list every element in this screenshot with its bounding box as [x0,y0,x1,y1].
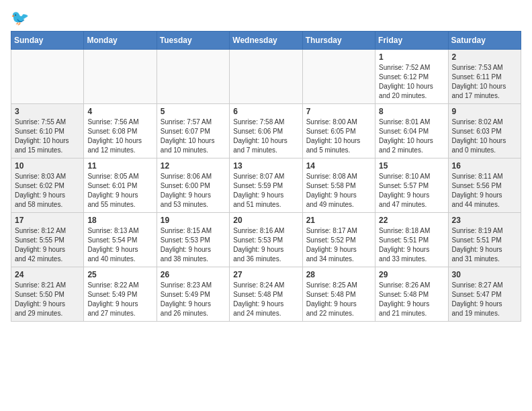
calendar-cell: 1Sunrise: 7:52 AM Sunset: 6:12 PM Daylig… [375,50,448,104]
day-number: 4 [87,107,152,116]
day-number: 27 [233,270,298,279]
day-number: 28 [306,270,371,279]
day-info: Sunrise: 8:21 AM Sunset: 5:50 PM Dayligh… [15,281,80,318]
calendar-cell: 16Sunrise: 8:11 AM Sunset: 5:56 PM Dayli… [448,158,521,213]
day-number: 14 [306,161,371,171]
day-info: Sunrise: 8:15 AM Sunset: 5:53 PM Dayligh… [161,226,226,264]
day-info: Sunrise: 8:19 AM Sunset: 5:51 PM Dayligh… [452,226,517,264]
calendar-cell: 8Sunrise: 8:01 AM Sunset: 6:04 PM Daylig… [375,104,448,158]
day-info: Sunrise: 7:55 AM Sunset: 6:10 PM Dayligh… [15,118,80,155]
day-number: 7 [306,107,371,116]
page-header: 🐦 [11,11,521,26]
calendar-cell: 29Sunrise: 8:26 AM Sunset: 5:48 PM Dayli… [375,267,448,322]
day-info: Sunrise: 7:57 AM Sunset: 6:07 PM Dayligh… [161,118,226,155]
day-number: 18 [87,216,152,225]
day-number: 5 [161,107,226,116]
calendar-cell: 21Sunrise: 8:17 AM Sunset: 5:52 PM Dayli… [302,213,375,267]
day-number: 30 [452,270,517,279]
calendar-cell: 10Sunrise: 8:03 AM Sunset: 6:02 PM Dayli… [11,158,84,213]
day-info: Sunrise: 8:11 AM Sunset: 5:56 PM Dayligh… [452,172,517,210]
day-info: Sunrise: 8:13 AM Sunset: 5:54 PM Dayligh… [87,226,152,264]
day-info: Sunrise: 7:56 AM Sunset: 6:08 PM Dayligh… [87,118,152,155]
day-number: 16 [452,161,517,171]
day-info: Sunrise: 8:27 AM Sunset: 5:47 PM Dayligh… [452,281,517,318]
day-number: 20 [233,216,298,225]
calendar-week-5: 24Sunrise: 8:21 AM Sunset: 5:50 PM Dayli… [11,267,521,322]
day-info: Sunrise: 8:00 AM Sunset: 6:05 PM Dayligh… [306,118,371,155]
calendar-cell: 23Sunrise: 8:19 AM Sunset: 5:51 PM Dayli… [448,213,521,267]
header-monday: Monday [84,32,157,50]
calendar-cell: 17Sunrise: 8:12 AM Sunset: 5:55 PM Dayli… [11,213,84,267]
day-info: Sunrise: 8:25 AM Sunset: 5:48 PM Dayligh… [306,281,371,318]
calendar-cell: 2Sunrise: 7:53 AM Sunset: 6:11 PM Daylig… [448,50,521,104]
calendar-cell: 30Sunrise: 8:27 AM Sunset: 5:47 PM Dayli… [448,267,521,322]
day-number: 23 [452,216,517,225]
calendar-cell: 25Sunrise: 8:22 AM Sunset: 5:49 PM Dayli… [84,267,157,322]
header-sunday: Sunday [11,32,84,50]
day-number: 24 [15,270,80,279]
day-number: 29 [379,270,444,279]
day-info: Sunrise: 8:10 AM Sunset: 5:57 PM Dayligh… [379,172,444,210]
calendar-cell: 28Sunrise: 8:25 AM Sunset: 5:48 PM Dayli… [302,267,375,322]
day-number: 9 [452,107,517,116]
day-info: Sunrise: 8:24 AM Sunset: 5:48 PM Dayligh… [233,281,298,318]
day-info: Sunrise: 7:53 AM Sunset: 6:11 PM Dayligh… [452,63,517,101]
logo-bird-icon: 🐦 [11,11,29,26]
calendar-week-1: 1Sunrise: 7:52 AM Sunset: 6:12 PM Daylig… [11,50,521,104]
calendar-cell: 6Sunrise: 7:58 AM Sunset: 6:06 PM Daylig… [230,104,302,158]
day-number: 13 [233,161,298,171]
day-number: 21 [306,216,371,225]
day-number: 25 [87,270,152,279]
day-number: 10 [15,161,80,171]
day-info: Sunrise: 8:05 AM Sunset: 6:01 PM Dayligh… [87,172,152,210]
day-info: Sunrise: 7:52 AM Sunset: 6:12 PM Dayligh… [379,63,444,101]
header-thursday: Thursday [302,32,375,50]
day-number: 8 [379,107,444,116]
day-info: Sunrise: 8:07 AM Sunset: 5:59 PM Dayligh… [233,172,298,210]
day-info: Sunrise: 8:06 AM Sunset: 6:00 PM Dayligh… [161,172,226,210]
header-wednesday: Wednesday [230,32,302,50]
day-info: Sunrise: 8:12 AM Sunset: 5:55 PM Dayligh… [15,226,80,264]
day-info: Sunrise: 8:18 AM Sunset: 5:51 PM Dayligh… [379,226,444,264]
day-number: 11 [87,161,152,171]
day-info: Sunrise: 8:03 AM Sunset: 6:02 PM Dayligh… [15,172,80,210]
day-number: 2 [452,52,517,62]
logo: 🐦 [11,11,29,26]
day-info: Sunrise: 8:08 AM Sunset: 5:58 PM Dayligh… [306,172,371,210]
calendar-cell [302,50,375,104]
day-info: Sunrise: 8:22 AM Sunset: 5:49 PM Dayligh… [87,281,152,318]
header-friday: Friday [375,32,448,50]
calendar-cell: 27Sunrise: 8:24 AM Sunset: 5:48 PM Dayli… [230,267,302,322]
header-saturday: Saturday [448,32,521,50]
calendar-week-2: 3Sunrise: 7:55 AM Sunset: 6:10 PM Daylig… [11,104,521,158]
day-info: Sunrise: 7:58 AM Sunset: 6:06 PM Dayligh… [233,118,298,155]
calendar-cell: 19Sunrise: 8:15 AM Sunset: 5:53 PM Dayli… [157,213,229,267]
calendar-cell: 13Sunrise: 8:07 AM Sunset: 5:59 PM Dayli… [230,158,302,213]
calendar-cell [157,50,229,104]
calendar-cell: 11Sunrise: 8:05 AM Sunset: 6:01 PM Dayli… [84,158,157,213]
calendar-cell: 22Sunrise: 8:18 AM Sunset: 5:51 PM Dayli… [375,213,448,267]
calendar-table: SundayMondayTuesdayWednesdayThursdayFrid… [11,31,521,322]
calendar-week-3: 10Sunrise: 8:03 AM Sunset: 6:02 PM Dayli… [11,158,521,213]
day-number: 6 [233,107,298,116]
calendar-cell: 12Sunrise: 8:06 AM Sunset: 6:00 PM Dayli… [157,158,229,213]
day-info: Sunrise: 8:01 AM Sunset: 6:04 PM Dayligh… [379,118,444,155]
calendar-cell [11,50,84,104]
day-number: 26 [161,270,226,279]
calendar-cell: 3Sunrise: 7:55 AM Sunset: 6:10 PM Daylig… [11,104,84,158]
day-number: 22 [379,216,444,225]
calendar-cell: 18Sunrise: 8:13 AM Sunset: 5:54 PM Dayli… [84,213,157,267]
day-info: Sunrise: 8:26 AM Sunset: 5:48 PM Dayligh… [379,281,444,318]
calendar-cell: 9Sunrise: 8:02 AM Sunset: 6:03 PM Daylig… [448,104,521,158]
day-info: Sunrise: 8:23 AM Sunset: 5:49 PM Dayligh… [161,281,226,318]
calendar-week-4: 17Sunrise: 8:12 AM Sunset: 5:55 PM Dayli… [11,213,521,267]
day-info: Sunrise: 8:17 AM Sunset: 5:52 PM Dayligh… [306,226,371,264]
calendar-cell: 7Sunrise: 8:00 AM Sunset: 6:05 PM Daylig… [302,104,375,158]
calendar-cell: 4Sunrise: 7:56 AM Sunset: 6:08 PM Daylig… [84,104,157,158]
day-number: 15 [379,161,444,171]
day-info: Sunrise: 8:02 AM Sunset: 6:03 PM Dayligh… [452,118,517,155]
calendar-cell [84,50,157,104]
day-number: 17 [15,216,80,225]
calendar-header-row: SundayMondayTuesdayWednesdayThursdayFrid… [11,32,521,50]
calendar-cell [230,50,302,104]
